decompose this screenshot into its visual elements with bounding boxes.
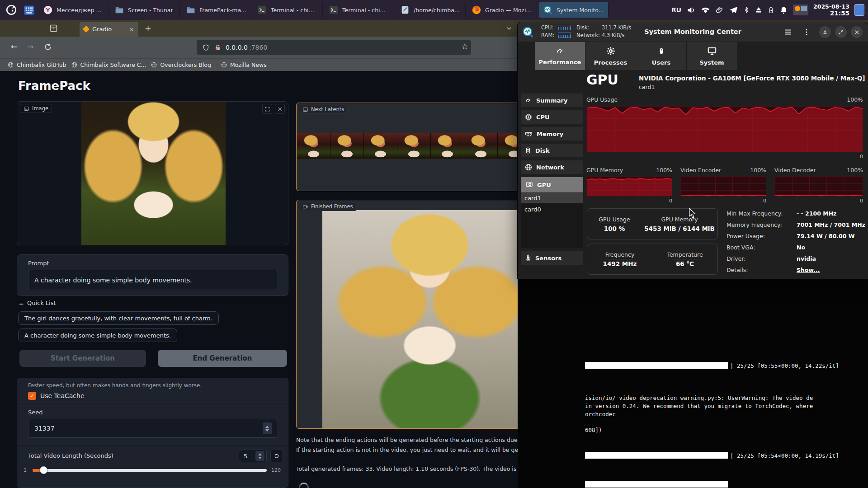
- notifications-bell-icon[interactable]: [779, 6, 788, 14]
- bookmark-chimbalix-github[interactable]: Chimbalix GitHub: [7, 61, 66, 68]
- end-generation-label: End Generation: [193, 354, 252, 362]
- gpu-device-card: card1: [639, 84, 655, 90]
- monitor-titlebar[interactable]: CPU: RAM: Disk: 311.7 KiB/s Network: 4.3…: [518, 22, 868, 42]
- video-length-number-input[interactable]: 5: [239, 450, 267, 462]
- taskbar-window-editor[interactable]: /home/chimba...: [396, 2, 466, 18]
- bluetooth-icon[interactable]: [743, 6, 750, 14]
- tab-system[interactable]: System: [687, 42, 737, 70]
- system-tray: RU 2025-08-13 21:55: [671, 4, 864, 16]
- gpu-device-card1[interactable]: card1: [521, 193, 583, 203]
- app-grid-button[interactable]: [21, 3, 37, 17]
- video-length-reset-button[interactable]: [270, 450, 283, 462]
- image-fullscreen-button[interactable]: [262, 104, 272, 114]
- video-length-slider[interactable]: [33, 469, 267, 472]
- end-generation-button[interactable]: End Generation: [158, 350, 287, 367]
- taskbar-window-terminal-2[interactable]: Terminal - chim...: [325, 2, 394, 18]
- seed-input[interactable]: 31337: [28, 419, 278, 438]
- tab-performance[interactable]: Performance: [535, 42, 585, 70]
- gpu-memory-zero-label: 0: [586, 198, 672, 204]
- seed-value: 31337: [34, 425, 55, 432]
- reload-button[interactable]: [43, 42, 52, 52]
- tab-close-icon[interactable]: ×: [129, 26, 134, 33]
- input-image-preview: [81, 102, 226, 245]
- teacache-note: Faster speed, but often makes hands and …: [28, 382, 202, 389]
- taskbar-window-terminal-1[interactable]: Terminal - chim...: [253, 2, 323, 18]
- image-clear-button[interactable]: ×: [275, 104, 285, 114]
- bookmark-chimbalix-software[interactable]: Chimbalix Software C...: [71, 61, 146, 68]
- yandex-messenger-icon: Y: [43, 5, 53, 15]
- seed-stepper[interactable]: [263, 422, 272, 434]
- forward-button[interactable]: →: [27, 42, 33, 51]
- telegram-icon[interactable]: [729, 5, 738, 15]
- finished-frames-label: Finished Frames: [311, 203, 353, 210]
- chimbalix-logo-button[interactable]: [4, 3, 19, 17]
- gpu-device-label: card0: [524, 206, 541, 213]
- paperclip-icon[interactable]: [715, 6, 724, 14]
- slider-knob[interactable]: [40, 466, 47, 474]
- volume-icon[interactable]: [686, 5, 696, 15]
- bookmark-label: Mozilla News: [230, 61, 267, 68]
- bookmark-overclockers-blog[interactable]: Overclockers Blog: [151, 61, 211, 68]
- quick-list-item[interactable]: The girl dances gracefully, with clear m…: [18, 311, 219, 325]
- sidebar-item-summary[interactable]: Summary: [521, 94, 583, 107]
- quick-list-item[interactable]: A character doing some simple body movem…: [18, 328, 177, 342]
- hamburger-menu-icon[interactable]: [783, 28, 793, 36]
- tab-users[interactable]: Users: [636, 42, 687, 70]
- maximize-button[interactable]: [835, 26, 847, 38]
- sidebar-item-network[interactable]: Network: [521, 160, 583, 174]
- firefox-view-icon[interactable]: [49, 23, 58, 33]
- details-show-link[interactable]: Show...: [797, 267, 820, 278]
- kebab-menu-icon[interactable]: [802, 27, 811, 37]
- sidebar-item-memory[interactable]: Memory: [521, 127, 583, 141]
- bookmarks-separator: [216, 61, 216, 69]
- progress-bar: [585, 452, 728, 459]
- taskbar-window-framepack-folder[interactable]: FramePack-ma...: [182, 2, 251, 18]
- prompt-input[interactable]: A character doing some simple body movem…: [28, 270, 278, 290]
- disk-header-value: 311.7 KiB/s: [602, 25, 631, 31]
- tab-overflow-chevron-icon[interactable]: [505, 25, 513, 32]
- stat-frequency: Frequency1492 MHz: [587, 244, 652, 274]
- battery-icon[interactable]: [768, 5, 774, 14]
- checkbox-checked-icon[interactable]: ✓: [28, 392, 36, 400]
- gpu-device-card0[interactable]: card0: [521, 204, 583, 215]
- keyboard-layout-indicator[interactable]: RU: [671, 6, 681, 14]
- terminal-progress-text-2: | 25/25 [05:54<00:00, 14.19s/it]: [730, 452, 839, 459]
- tab-title: Gradio: [92, 26, 125, 33]
- screen: Y Мессенджер ... Screen - Thunar FramePa…: [0, 0, 868, 488]
- terminal-window[interactable]: | 25/25 [05:55<00:00, 14.22s/it] ision/i…: [518, 279, 868, 488]
- minimize-download-button[interactable]: [819, 26, 831, 38]
- tab-processes[interactable]: Processes: [585, 42, 636, 70]
- sidebar-item-disk[interactable]: Disk: [521, 144, 583, 157]
- browser-tab-gradio[interactable]: Gradio ×: [80, 22, 138, 37]
- close-button[interactable]: [851, 26, 863, 38]
- sidebar-item-label: Memory: [537, 131, 563, 137]
- bookmark-star-icon[interactable]: ☆: [461, 42, 468, 51]
- new-tab-button[interactable]: +: [145, 23, 151, 33]
- video-length-stepper[interactable]: [255, 451, 264, 461]
- eject-icon[interactable]: [755, 6, 763, 14]
- globe-icon: [71, 61, 78, 68]
- teacache-checkbox-row[interactable]: ✓ Use TeaCache: [28, 392, 85, 400]
- window-preview-thumbnail[interactable]: [793, 5, 808, 15]
- video-icon: [302, 204, 308, 210]
- list-icon: ≡: [19, 300, 24, 306]
- clock[interactable]: 2025-08-13 21:55: [813, 4, 849, 16]
- sidebar-item-sensors[interactable]: Sensors: [521, 251, 583, 265]
- app-grid-icon: [23, 4, 35, 16]
- taskbar-window-messenger[interactable]: Y Мессенджер ...: [39, 2, 108, 18]
- taskbar-window-firefox[interactable]: Gradio — Mozil...: [467, 2, 537, 18]
- start-generation-button[interactable]: Start Generation: [19, 350, 146, 367]
- stat-gpu-usage: GPU Usage100 %: [587, 209, 642, 239]
- wifi-icon[interactable]: [701, 5, 710, 15]
- bookmark-mozilla-news[interactable]: Mozilla News: [221, 61, 267, 68]
- url-bar[interactable]: 0.0.0.0:7860: [197, 40, 471, 55]
- gpu-usage-zero-label: 0: [586, 154, 863, 160]
- sidebar-item-gpu[interactable]: GPU: [521, 177, 583, 192]
- sidebar-item-cpu[interactable]: CPU: [521, 110, 583, 124]
- detail-details: Details:Show...: [726, 267, 820, 278]
- taskbar-window-thunar[interactable]: Screen - Thunar: [110, 2, 180, 18]
- back-button[interactable]: ←: [11, 42, 17, 51]
- progress-bar: [585, 362, 728, 369]
- taskbar-window-system-monitor[interactable]: System Monito...: [539, 2, 609, 18]
- show-desktop-button[interactable]: [854, 4, 864, 16]
